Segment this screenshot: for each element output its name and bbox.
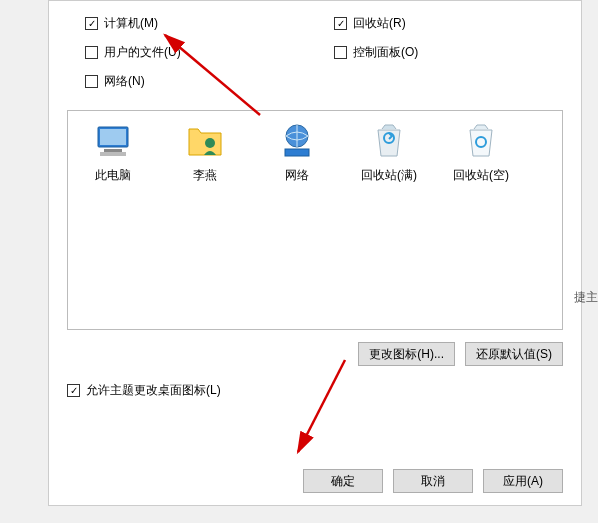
icon-network[interactable]: 网络 <box>260 121 334 184</box>
dialog-buttons-row: 确定 取消 应用(A) <box>303 469 563 493</box>
cropped-side-text: 捷主 <box>574 289 598 306</box>
cancel-button[interactable]: 取消 <box>393 469 473 493</box>
svg-point-4 <box>205 138 215 148</box>
svg-rect-1 <box>100 129 126 145</box>
svg-rect-2 <box>104 149 122 152</box>
checkbox-network[interactable]: 网络(N) <box>85 73 314 90</box>
icon-recycle-bin-full[interactable]: 回收站(满) <box>352 121 426 184</box>
recycle-bin-empty-icon <box>444 121 518 161</box>
icon-label: 回收站(空) <box>444 167 518 184</box>
checkbox-label: 网络(N) <box>104 73 145 90</box>
desktop-icon-settings-dialog: 计算机(M) 回收站(R) 用户的文件(U) 控制面板(O) 网络(N) <box>48 0 582 506</box>
network-icon <box>260 121 334 161</box>
checkbox-icon <box>334 17 347 30</box>
checkbox-label: 允许主题更改桌面图标(L) <box>86 382 221 399</box>
icon-label: 网络 <box>260 167 334 184</box>
checkbox-icon <box>67 384 80 397</box>
icon-actions-row: 更改图标(H)... 还原默认值(S) <box>67 342 563 366</box>
icon-user-folder[interactable]: 李燕 <box>168 121 242 184</box>
restore-default-button[interactable]: 还原默认值(S) <box>465 342 563 366</box>
checkbox-user-files[interactable]: 用户的文件(U) <box>85 44 314 61</box>
allow-theme-checkbox[interactable]: 允许主题更改桌面图标(L) <box>67 382 563 399</box>
icon-label: 此电脑 <box>76 167 150 184</box>
checkbox-icon <box>85 17 98 30</box>
checkbox-icon <box>85 46 98 59</box>
svg-rect-3 <box>100 152 126 156</box>
checkbox-label: 用户的文件(U) <box>104 44 181 61</box>
icon-this-pc[interactable]: 此电脑 <box>76 121 150 184</box>
checkbox-control-panel[interactable]: 控制面板(O) <box>334 44 563 61</box>
icon-label: 李燕 <box>168 167 242 184</box>
icon-label: 回收站(满) <box>352 167 426 184</box>
icon-preview-list: 此电脑 李燕 网络 <box>67 110 563 330</box>
checkbox-label: 控制面板(O) <box>353 44 418 61</box>
checkbox-icon <box>334 46 347 59</box>
svg-rect-6 <box>285 149 309 156</box>
ok-button[interactable]: 确定 <box>303 469 383 493</box>
checkbox-label: 回收站(R) <box>353 15 406 32</box>
icon-recycle-bin-empty[interactable]: 回收站(空) <box>444 121 518 184</box>
apply-button[interactable]: 应用(A) <box>483 469 563 493</box>
change-icon-button[interactable]: 更改图标(H)... <box>358 342 455 366</box>
checkbox-icon <box>85 75 98 88</box>
desktop-icons-checkbox-group: 计算机(M) 回收站(R) 用户的文件(U) 控制面板(O) 网络(N) <box>67 15 563 90</box>
checkbox-computer[interactable]: 计算机(M) <box>85 15 314 32</box>
checkbox-recycle-bin[interactable]: 回收站(R) <box>334 15 563 32</box>
user-folder-icon <box>168 121 242 161</box>
recycle-bin-full-icon <box>352 121 426 161</box>
checkbox-label: 计算机(M) <box>104 15 158 32</box>
computer-icon <box>76 121 150 161</box>
